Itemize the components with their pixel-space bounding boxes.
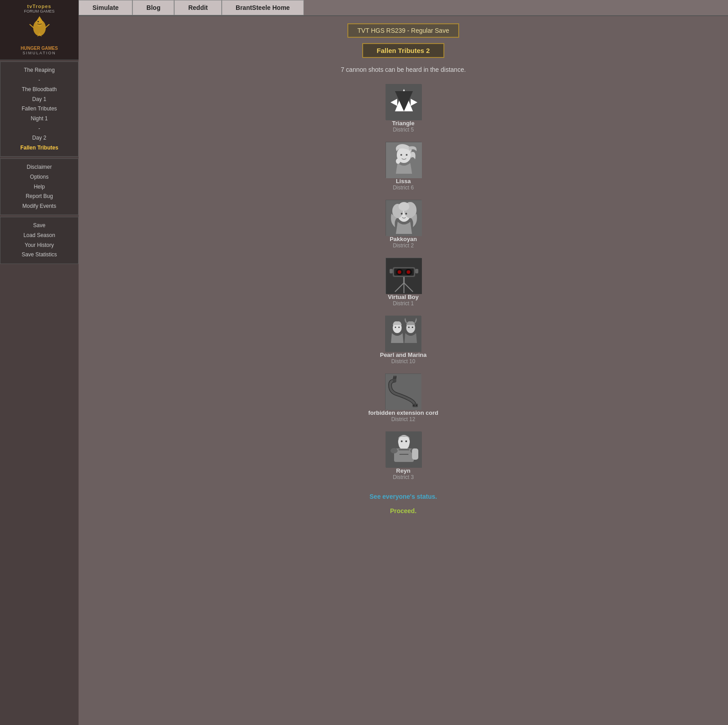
tribute-name-pakkoyan: Pakkoyan — [390, 236, 417, 242]
tribute-image-lissa — [386, 142, 421, 178]
simulate-button[interactable]: Simulate — [79, 0, 132, 15]
nav-item-bloodbath[interactable]: The Bloodbath — [2, 85, 76, 95]
page-content: TVT HGS RS239 - Regular Save Fallen Trib… — [79, 16, 728, 525]
svg-line-4 — [45, 24, 49, 28]
sidebar: tvTropes FORUM GAMES HUNGER GAMES SIMULA… — [0, 0, 79, 725]
svg-rect-47 — [395, 376, 396, 378]
save-statistics-link[interactable]: Save Statistics — [2, 250, 76, 260]
blog-button[interactable]: Blog — [132, 0, 174, 15]
svg-point-21 — [399, 202, 409, 211]
svg-rect-35 — [390, 269, 393, 273]
tribute-virtual-boy: Virtual Boy District 1 — [386, 258, 421, 307]
modify-events-link[interactable]: Modify Events — [2, 202, 76, 211]
tribute-pakkoyan: Pakkoyan District 2 — [386, 200, 421, 249]
svg-point-30 — [407, 270, 410, 274]
svg-point-39 — [395, 327, 396, 328]
report-bug-link[interactable]: Report Bug — [2, 192, 76, 202]
nav-separator-2: - — [2, 124, 76, 134]
tribute-name-lissa: Lissa — [396, 178, 411, 185]
tv-tropes-label: tvTropes — [10, 4, 69, 9]
section-title-button[interactable]: Fallen Tributes 2 — [362, 43, 444, 58]
svg-point-6 — [37, 21, 39, 22]
save-link[interactable]: Save — [2, 221, 76, 231]
tribute-name-triangle: Triangle — [392, 120, 415, 127]
svg-point-22 — [401, 213, 403, 215]
svg-line-3 — [30, 24, 34, 28]
help-link[interactable]: Help — [2, 182, 76, 192]
nav-item-the-reaping[interactable]: The Reaping — [2, 66, 76, 75]
see-status-link[interactable]: See everyone's status. — [369, 493, 437, 500]
simulation-label: SIMULATION — [10, 51, 69, 55]
tribute-name-extension-cord: forbidden extension cord — [368, 409, 438, 416]
forum-games-label: FORUM GAMES — [10, 9, 69, 13]
svg-marker-2 — [37, 16, 42, 20]
tribute-district-pakkoyan: District 2 — [393, 242, 414, 249]
tribute-extension-cord: forbidden extension cord District 12 — [368, 373, 438, 422]
svg-point-15 — [406, 154, 408, 156]
tribute-name-pearl-marina: Pearl and Marina — [380, 352, 426, 358]
tribute-pearl-marina: Pearl and Marina District 10 — [380, 316, 426, 365]
svg-point-49 — [413, 405, 415, 406]
tribute-image-extension-cord — [385, 373, 421, 409]
tribute-reyn: Reyn District 3 — [386, 431, 421, 480]
tribute-lissa: Lissa District 6 — [386, 142, 421, 191]
your-history-link[interactable]: Your History — [2, 241, 76, 250]
hunger-games-label: HUNGER GAMES — [10, 46, 69, 51]
logo-inner: tvTropes FORUM GAMES HUNGER GAMES SIMULA… — [10, 4, 69, 44]
svg-point-43 — [412, 327, 413, 328]
tribute-triangle: Triangle District 5 — [386, 84, 421, 133]
save-title: TVT HGS RS239 - Regular Save — [347, 23, 459, 38]
nav-item-day2[interactable]: Day 2 — [2, 133, 76, 143]
svg-point-16 — [396, 158, 400, 164]
svg-point-14 — [400, 154, 402, 156]
svg-point-54 — [405, 440, 407, 442]
top-nav: Simulate Blog Reddit BrantSteele Home — [79, 0, 728, 16]
nav-separator-1: - — [2, 75, 76, 85]
nav-section: The Reaping - The Bloodbath Day 1 Fallen… — [0, 62, 79, 157]
tribute-district-reyn: District 3 — [393, 474, 414, 480]
svg-point-40 — [399, 327, 400, 328]
tribute-district-triangle: District 5 — [393, 127, 414, 133]
svg-rect-46 — [394, 376, 395, 378]
tribute-image-reyn — [386, 431, 421, 467]
tribute-district-virtual-boy: District 1 — [393, 300, 414, 307]
svg-point-53 — [401, 440, 403, 442]
tribute-image-pakkoyan — [386, 200, 421, 236]
cannon-text: 7 cannon shots can be heard in the dista… — [341, 66, 466, 73]
tribute-name-virtual-boy: Virtual Boy — [388, 294, 418, 300]
nav-item-day1[interactable]: Day 1 — [2, 95, 76, 105]
tribute-district-extension-cord: District 12 — [391, 416, 415, 422]
nav-item-night1[interactable]: Night 1 — [2, 114, 76, 124]
reddit-button[interactable]: Reddit — [174, 0, 222, 15]
proceed-link[interactable]: Proceed. — [390, 507, 417, 514]
svg-rect-36 — [415, 269, 418, 273]
svg-point-56 — [390, 448, 398, 453]
tribute-name-reyn: Reyn — [396, 467, 411, 474]
disclaimer-link[interactable]: Disclaimer — [2, 163, 76, 172]
tribute-image-virtual-boy — [386, 258, 421, 294]
logo-box: tvTropes FORUM GAMES HUNGER GAMES SIMULA… — [0, 0, 79, 60]
tribute-district-lissa: District 6 — [393, 185, 414, 191]
load-season-link[interactable]: Load Season — [2, 231, 76, 241]
svg-point-23 — [405, 213, 407, 215]
brantsteele-home-button[interactable]: BrantSteele Home — [222, 0, 304, 15]
nav-item-fallen-2[interactable]: Fallen Tributes — [2, 143, 76, 153]
svg-point-42 — [408, 327, 410, 328]
tribute-district-pearl-marina: District 10 — [391, 358, 415, 365]
save-section: Save Load Season Your History Save Stati… — [0, 217, 79, 264]
mockingjay-icon — [10, 15, 69, 44]
nav-item-fallen-1[interactable]: Fallen Tributes — [2, 104, 76, 114]
svg-point-29 — [398, 270, 401, 274]
tribute-image-pearl-marina — [385, 316, 421, 352]
tribute-image-triangle — [386, 84, 421, 120]
utility-section: Disclaimer Options Help Report Bug Modif… — [0, 158, 79, 215]
svg-point-50 — [416, 405, 417, 406]
svg-rect-60 — [412, 448, 418, 460]
options-link[interactable]: Options — [2, 172, 76, 182]
main-content: Simulate Blog Reddit BrantSteele Home TV… — [79, 0, 728, 725]
